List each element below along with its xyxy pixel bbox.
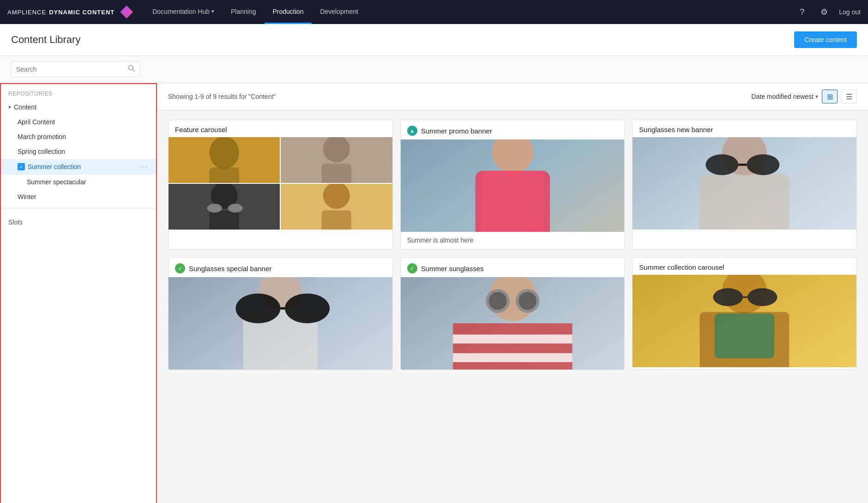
grid-icon: ⊞ bbox=[827, 92, 833, 101]
card-header-summer-collection-carousel: Summer collection carousel bbox=[633, 258, 856, 275]
grid-view-button[interactable]: ⊞ bbox=[822, 90, 838, 103]
sidebar-item-spring-collection[interactable]: Spring collection bbox=[1, 144, 156, 159]
search-icon bbox=[128, 65, 135, 74]
svg-rect-35 bbox=[453, 353, 572, 362]
svg-point-24 bbox=[747, 154, 780, 175]
sidebar-item-winter[interactable]: Winter bbox=[1, 189, 156, 204]
card-caption-summer-promo: Summer is almost here bbox=[401, 232, 625, 249]
card-header-summer-promo: ▲ Summer promo banner bbox=[401, 120, 625, 139]
list-view-button[interactable]: ☰ bbox=[841, 90, 857, 103]
svg-rect-22 bbox=[700, 175, 790, 230]
svg-rect-4 bbox=[209, 168, 239, 183]
list-icon: ☰ bbox=[846, 92, 852, 101]
card-summer-sunglasses[interactable]: ✓ Summer sunglasses bbox=[400, 257, 625, 370]
nav-label-production: Production bbox=[273, 8, 304, 15]
sort-arrow-icon: ▾ bbox=[815, 93, 818, 100]
brand-dynamic-text: DYNAMIC CONTENT bbox=[49, 9, 115, 16]
brand-diamond-icon bbox=[120, 6, 133, 18]
sort-label: Date modified newest bbox=[751, 93, 814, 100]
card-title-sunglasses-new: Sunglasses new banner bbox=[639, 126, 713, 133]
view-controls: Date modified newest ▾ ⊞ ☰ bbox=[751, 90, 857, 103]
svg-point-46 bbox=[747, 288, 778, 306]
search-toolbar bbox=[0, 56, 868, 83]
svg-point-29 bbox=[235, 293, 280, 323]
sidebar-item-summer-spectacular[interactable]: Summer spectacular bbox=[1, 175, 156, 189]
card-image-summer-promo bbox=[401, 139, 625, 232]
help-button[interactable]: ? bbox=[795, 5, 809, 19]
logout-button[interactable]: Log out bbox=[839, 8, 861, 16]
card-header-summer-sunglasses: ✓ Summer sunglasses bbox=[401, 258, 625, 277]
search-box bbox=[11, 61, 140, 77]
checkbox-summer-collection[interactable]: ✓ bbox=[18, 163, 25, 170]
card-sunglasses-special-banner[interactable]: ✓ Sunglasses special banner bbox=[168, 257, 393, 370]
card-sunglasses-new-banner[interactable]: Sunglasses new banner bbox=[632, 120, 857, 250]
status-badge-summer-sunglasses: ✓ bbox=[407, 263, 417, 273]
svg-rect-19 bbox=[481, 171, 544, 232]
nav-label-development: Development bbox=[320, 8, 358, 15]
nav-label-doc-hub: Documentation Hub bbox=[152, 8, 210, 15]
svg-rect-34 bbox=[453, 334, 572, 343]
nav-items: Documentation Hub ▾ Planning Production … bbox=[144, 0, 795, 24]
search-input[interactable] bbox=[16, 66, 124, 73]
card-image-sunglasses-special bbox=[169, 277, 392, 370]
svg-point-23 bbox=[706, 154, 739, 175]
svg-point-30 bbox=[285, 293, 330, 323]
card-summer-collection-carousel[interactable]: Summer collection carousel bbox=[632, 257, 857, 370]
sidebar-item-label-slots: Slots bbox=[8, 218, 23, 226]
nav-item-planning[interactable]: Planning bbox=[223, 0, 265, 24]
card-image-summer-collection-carousel bbox=[633, 275, 856, 367]
svg-point-45 bbox=[713, 288, 743, 306]
nav-right-controls: ? ⚙ Log out bbox=[795, 5, 861, 19]
more-options-icon[interactable]: ··· bbox=[140, 163, 149, 171]
gear-icon: ⚙ bbox=[820, 7, 828, 17]
main-layout: Repositories ▾ Content April Content Mar… bbox=[0, 83, 868, 503]
svg-rect-48 bbox=[715, 314, 774, 358]
sidebar-item-label-spring: Spring collection bbox=[18, 148, 65, 155]
svg-rect-7 bbox=[322, 164, 351, 183]
card-feature-carousel[interactable]: Feature carousel bbox=[168, 120, 393, 250]
settings-button[interactable]: ⚙ bbox=[817, 5, 832, 19]
sidebar-item-april-content[interactable]: April Content bbox=[1, 115, 156, 129]
card-image-feature-carousel bbox=[169, 137, 392, 230]
cards-grid: Feature carousel bbox=[157, 110, 868, 379]
create-content-button[interactable]: Create content bbox=[794, 31, 857, 48]
content-toolbar: Showing 1-9 of 9 results for "Content" D… bbox=[157, 83, 868, 110]
card-title-sunglasses-special: Sunglasses special banner bbox=[189, 265, 271, 273]
card-image-sunglasses-new bbox=[633, 137, 856, 230]
sidebar: Repositories ▾ Content April Content Mar… bbox=[0, 83, 157, 503]
card-title-summer-sunglasses: Summer sunglasses bbox=[421, 265, 484, 273]
svg-point-12 bbox=[228, 204, 243, 212]
sort-dropdown[interactable]: Date modified newest ▾ bbox=[751, 93, 818, 100]
card-title-summer-collection-carousel: Summer collection carousel bbox=[639, 263, 724, 271]
content-area: Showing 1-9 of 9 results for "Content" D… bbox=[157, 83, 868, 503]
svg-rect-10 bbox=[209, 211, 239, 230]
card-header-sunglasses-special: ✓ Sunglasses special banner bbox=[169, 258, 392, 277]
top-navigation: AMPLIENCE DYNAMIC CONTENT Documentation … bbox=[0, 0, 868, 24]
sidebar-item-label-winter: Winter bbox=[18, 193, 36, 200]
status-badge-sunglasses-special: ✓ bbox=[175, 263, 185, 273]
sidebar-item-label-march: March promotion bbox=[18, 133, 66, 140]
sidebar-item-label-summer: Summer collection bbox=[28, 163, 81, 170]
sidebar-item-label-april: April Content bbox=[18, 118, 55, 126]
sidebar-divider bbox=[1, 208, 156, 208]
svg-point-11 bbox=[207, 204, 222, 212]
chevron-down-icon: ▾ bbox=[8, 104, 11, 110]
svg-rect-33 bbox=[453, 323, 572, 370]
nav-label-planning: Planning bbox=[231, 8, 256, 15]
sidebar-item-slots[interactable]: Slots bbox=[1, 212, 156, 232]
help-icon: ? bbox=[800, 7, 804, 17]
card-header-sunglasses-new: Sunglasses new banner bbox=[633, 120, 856, 137]
page-title: Content Library bbox=[11, 34, 80, 46]
nav-item-doc-hub[interactable]: Documentation Hub ▾ bbox=[144, 0, 223, 24]
sidebar-item-summer-collection[interactable]: ✓ Summer collection ··· bbox=[1, 159, 156, 175]
sidebar-item-march-promotion[interactable]: March promotion bbox=[1, 129, 156, 144]
nav-item-development[interactable]: Development bbox=[312, 0, 367, 24]
brand-amplience-text: AMPLIENCE bbox=[7, 9, 46, 16]
sidebar-item-label-content: Content bbox=[14, 103, 36, 111]
svg-point-41 bbox=[518, 292, 536, 310]
brand-logo[interactable]: AMPLIENCE DYNAMIC CONTENT bbox=[7, 6, 140, 18]
results-text: Showing 1-9 of 9 results for "Content" bbox=[168, 93, 276, 100]
sidebar-item-content[interactable]: ▾ Content bbox=[1, 100, 156, 115]
nav-item-production[interactable]: Production bbox=[265, 0, 312, 24]
card-summer-promo-banner[interactable]: ▲ Summer promo banner bbox=[400, 120, 625, 250]
